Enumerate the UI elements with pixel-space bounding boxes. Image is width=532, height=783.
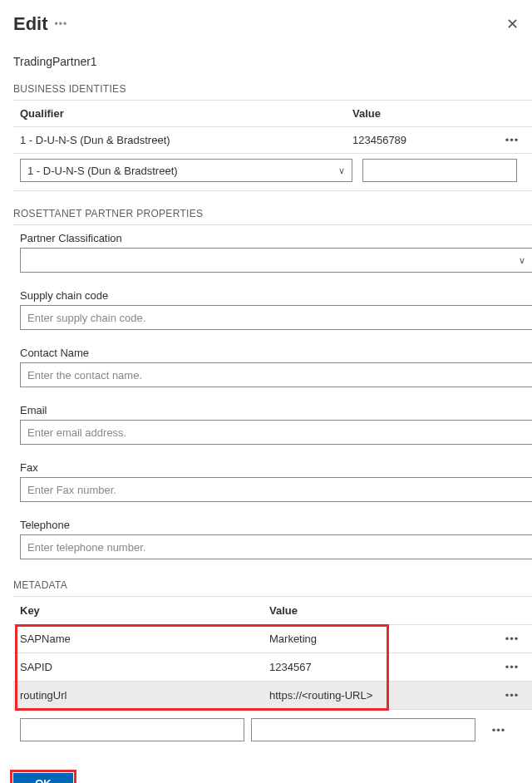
metadata-key-input[interactable] bbox=[20, 718, 244, 741]
supply-chain-input[interactable] bbox=[20, 305, 532, 330]
table-header: Qualifier Value bbox=[13, 101, 532, 127]
row-more-icon[interactable]: ••• bbox=[495, 633, 529, 645]
email-label: Email bbox=[20, 404, 532, 416]
col-value: Value bbox=[269, 604, 495, 617]
col-value: Value bbox=[352, 107, 495, 120]
metadata-label: METADATA bbox=[13, 579, 532, 591]
fax-input[interactable] bbox=[20, 477, 532, 502]
business-identities-table: Qualifier Value 1 - D-U-N-S (Dun & Brads… bbox=[13, 100, 532, 191]
col-qualifier: Qualifier bbox=[20, 107, 352, 120]
value-cell: 123456789 bbox=[352, 134, 495, 146]
header-more-icon[interactable]: ••• bbox=[55, 18, 68, 30]
meta-value-cell: Marketing bbox=[269, 633, 495, 645]
close-icon[interactable]: ✕ bbox=[506, 15, 519, 33]
qualifier-cell: 1 - D-U-N-S (Dun & Bradstreet) bbox=[20, 134, 352, 146]
qualifier-select-value: 1 - D-U-N-S (Dun & Bradstreet) bbox=[27, 165, 178, 177]
email-input[interactable] bbox=[20, 420, 532, 445]
partner-classification-select[interactable]: ∨ bbox=[20, 248, 532, 273]
rosettanet-label: ROSETTANET PARTNER PROPERTIES bbox=[13, 208, 532, 219]
meta-key-cell: SAPName bbox=[20, 633, 269, 645]
fax-label: Fax bbox=[20, 461, 532, 474]
ok-button[interactable]: OK bbox=[13, 773, 73, 783]
telephone-label: Telephone bbox=[20, 519, 532, 531]
table-row: SAPName Marketing ••• bbox=[13, 625, 532, 653]
row-more-icon[interactable]: ••• bbox=[495, 689, 529, 702]
col-key: Key bbox=[20, 604, 269, 617]
business-identities-label: BUSINESS IDENTITIES bbox=[13, 83, 532, 95]
input-more-icon[interactable]: ••• bbox=[527, 165, 532, 177]
panel-footer: OK bbox=[0, 763, 532, 783]
meta-value-cell: https://<routing-URL> bbox=[269, 689, 495, 702]
partner-name: TradingPartner1 bbox=[13, 55, 532, 68]
table-row: routingUrl https://<routing-URL> ••• bbox=[13, 682, 532, 710]
panel-header: Edit ••• ✕ bbox=[13, 13, 532, 35]
metadata-table: Key Value SAPName Marketing ••• SAPID 12… bbox=[13, 596, 532, 710]
identity-value-input[interactable] bbox=[362, 159, 517, 182]
metadata-input-row: ••• bbox=[13, 710, 532, 750]
qualifier-select[interactable]: 1 - D-U-N-S (Dun & Bradstreet) ∨ bbox=[20, 159, 352, 182]
identity-input-row: 1 - D-U-N-S (Dun & Bradstreet) ∨ ••• bbox=[13, 154, 532, 191]
table-row: SAPID 1234567 ••• bbox=[13, 653, 532, 682]
supply-chain-label: Supply chain code bbox=[20, 289, 532, 302]
panel-title: Edit bbox=[13, 13, 48, 35]
table-row: 1 - D-U-N-S (Dun & Bradstreet) 123456789… bbox=[13, 127, 532, 154]
row-more-icon[interactable]: ••• bbox=[495, 661, 529, 673]
meta-key-cell: SAPID bbox=[20, 661, 269, 673]
contact-name-label: Contact Name bbox=[20, 347, 532, 359]
meta-key-cell: routingUrl bbox=[20, 689, 269, 702]
chevron-down-icon: ∨ bbox=[519, 255, 525, 266]
chevron-down-icon: ∨ bbox=[338, 165, 345, 176]
row-more-icon[interactable]: ••• bbox=[495, 134, 529, 146]
telephone-input[interactable] bbox=[20, 534, 532, 559]
table-header: Key Value bbox=[13, 597, 532, 625]
input-more-icon[interactable]: ••• bbox=[482, 724, 515, 736]
metadata-value-input[interactable] bbox=[251, 718, 475, 741]
meta-value-cell: 1234567 bbox=[269, 661, 495, 673]
contact-name-input[interactable] bbox=[20, 362, 532, 387]
partner-classification-label: Partner Classification bbox=[20, 232, 532, 244]
